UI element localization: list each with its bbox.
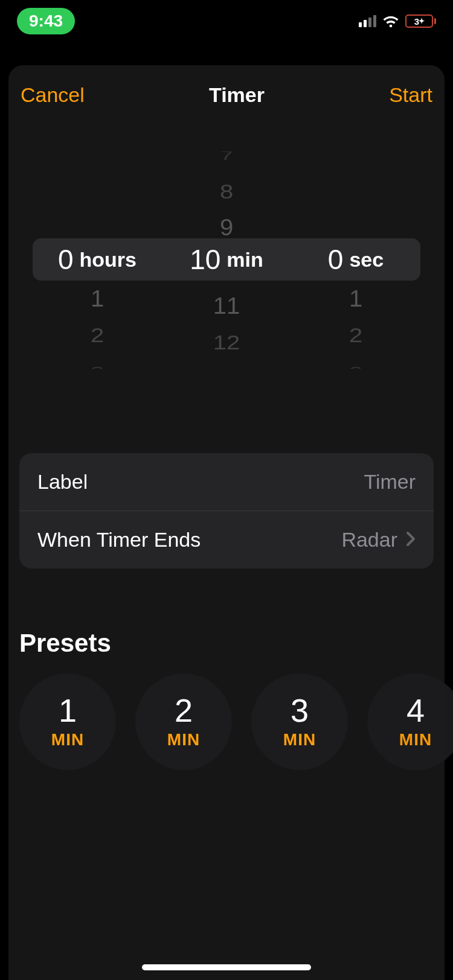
preset-3min[interactable]: 3 MIN <box>251 673 348 770</box>
nav-bar: Cancel Timer Start <box>8 77 445 121</box>
preset-4min[interactable]: 4 MIN <box>367 673 453 770</box>
preset-unit: MIN <box>399 730 432 749</box>
presets-section: Presets 1 MIN 2 MIN 3 MIN 4 MIN <box>8 629 445 770</box>
wifi-icon <box>382 14 399 28</box>
picker-item: 3 <box>91 361 104 369</box>
battery-icon: 3✦ <box>405 14 436 28</box>
picker-item: 1 <box>349 282 362 316</box>
home-indicator[interactable] <box>142 964 311 970</box>
cancel-button[interactable]: Cancel <box>21 83 85 107</box>
preset-unit: MIN <box>283 730 316 749</box>
picker-item: 2 <box>349 320 362 351</box>
picker-hours-column[interactable]: 1 2 3 <box>33 151 162 369</box>
picker-item: 7 <box>220 151 233 165</box>
cellular-signal-icon <box>359 15 376 27</box>
preset-value: 4 <box>406 694 425 727</box>
status-time-pill[interactable]: 9:43 <box>17 8 75 34</box>
presets-title: Presets <box>19 629 434 658</box>
when-timer-ends-value: Radar <box>341 528 397 552</box>
picker-seconds-column[interactable]: 1 2 3 <box>291 151 420 369</box>
label-row[interactable]: Label <box>19 453 434 511</box>
picker-minutes-column[interactable]: 7 8 9 11 12 13 <box>162 151 291 369</box>
preset-2min[interactable]: 2 MIN <box>135 673 232 770</box>
preset-1min[interactable]: 1 MIN <box>19 673 116 770</box>
label-title: Label <box>37 470 88 494</box>
start-button[interactable]: Start <box>389 83 432 107</box>
preset-unit: MIN <box>167 730 200 749</box>
time-picker[interactable]: 1 2 3 7 8 9 11 12 13 <box>33 151 420 429</box>
presets-row[interactable]: 1 MIN 2 MIN 3 MIN 4 MIN <box>19 673 434 770</box>
picker-item: 1 <box>91 282 104 316</box>
settings-group: Label When Timer Ends Radar <box>19 453 434 568</box>
when-timer-ends-title: When Timer Ends <box>37 528 201 552</box>
svg-point-0 <box>390 25 393 28</box>
picker-item: 8 <box>220 176 233 207</box>
preset-value: 2 <box>175 694 193 727</box>
chevron-right-icon <box>406 531 416 549</box>
timer-sheet: Cancel Timer Start 1 2 3 <box>8 65 445 980</box>
picker-item: 3 <box>349 361 362 369</box>
picker-item: 2 <box>91 320 104 351</box>
preset-value: 3 <box>291 694 309 727</box>
preset-unit: MIN <box>51 730 84 749</box>
when-timer-ends-row[interactable]: When Timer Ends Radar <box>19 511 434 568</box>
picker-item: 9 <box>220 211 233 245</box>
label-input[interactable] <box>234 470 416 494</box>
status-bar: 9:43 3✦ <box>0 0 453 42</box>
sheet-title: Timer <box>209 83 265 107</box>
preset-value: 1 <box>59 694 77 727</box>
picker-item: 13 <box>213 369 240 369</box>
picker-item: 12 <box>213 327 240 358</box>
picker-item: 11 <box>213 289 240 323</box>
